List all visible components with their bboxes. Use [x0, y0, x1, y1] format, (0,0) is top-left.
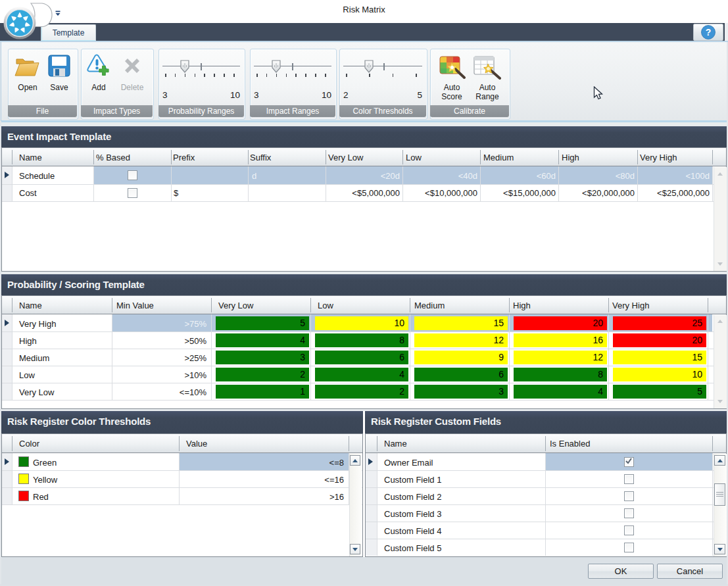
svg-text:?: ? — [706, 27, 712, 37]
